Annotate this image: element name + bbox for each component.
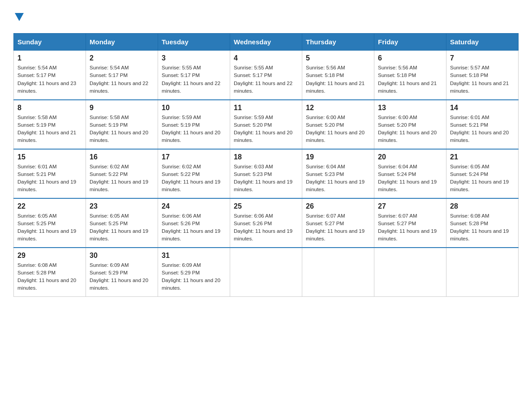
- day-number: 20: [378, 153, 442, 161]
- day-number: 31: [162, 252, 226, 260]
- day-info: Sunrise: 6:01 AMSunset: 5:21 PMDaylight:…: [450, 114, 515, 145]
- col-header-sunday: Sunday: [14, 34, 86, 51]
- col-header-saturday: Saturday: [446, 34, 519, 51]
- calendar-cell: 10Sunrise: 5:59 AMSunset: 5:19 PMDayligh…: [158, 100, 230, 149]
- day-info: Sunrise: 6:01 AMSunset: 5:21 PMDaylight:…: [17, 163, 82, 194]
- day-info: Sunrise: 5:55 AMSunset: 5:17 PMDaylight:…: [234, 64, 298, 95]
- day-info: Sunrise: 6:07 AMSunset: 5:27 PMDaylight:…: [306, 212, 370, 243]
- calendar-cell: 4Sunrise: 5:55 AMSunset: 5:17 PMDaylight…: [230, 51, 302, 100]
- day-number: 1: [17, 54, 82, 62]
- calendar-cell: 28Sunrise: 6:08 AMSunset: 5:28 PMDayligh…: [446, 198, 519, 248]
- calendar-cell: 19Sunrise: 6:04 AMSunset: 5:23 PMDayligh…: [302, 149, 374, 198]
- calendar-cell: 25Sunrise: 6:06 AMSunset: 5:26 PMDayligh…: [230, 198, 302, 248]
- calendar-week-row: 22Sunrise: 6:05 AMSunset: 5:25 PMDayligh…: [14, 198, 519, 248]
- day-number: 6: [378, 54, 442, 62]
- day-info: Sunrise: 5:59 AMSunset: 5:19 PMDaylight:…: [162, 114, 226, 145]
- calendar-cell: [374, 248, 446, 297]
- calendar-cell: 7Sunrise: 5:57 AMSunset: 5:18 PMDaylight…: [446, 51, 519, 100]
- calendar-cell: 8Sunrise: 5:58 AMSunset: 5:19 PMDaylight…: [14, 100, 86, 149]
- day-number: 10: [162, 104, 226, 112]
- calendar-cell: 26Sunrise: 6:07 AMSunset: 5:27 PMDayligh…: [302, 198, 374, 248]
- day-number: 8: [17, 104, 82, 112]
- day-number: 11: [234, 104, 298, 112]
- day-info: Sunrise: 5:57 AMSunset: 5:18 PMDaylight:…: [450, 64, 515, 95]
- day-info: Sunrise: 6:05 AMSunset: 5:25 PMDaylight:…: [90, 212, 154, 243]
- day-info: Sunrise: 5:54 AMSunset: 5:17 PMDaylight:…: [90, 64, 154, 95]
- day-number: 24: [162, 202, 226, 210]
- day-info: Sunrise: 6:04 AMSunset: 5:24 PMDaylight:…: [378, 163, 442, 194]
- day-info: Sunrise: 5:55 AMSunset: 5:17 PMDaylight:…: [162, 64, 226, 95]
- svg-marker-0: [15, 13, 24, 21]
- calendar-cell: 6Sunrise: 5:56 AMSunset: 5:18 PMDaylight…: [374, 51, 446, 100]
- calendar-cell: 20Sunrise: 6:04 AMSunset: 5:24 PMDayligh…: [374, 149, 446, 198]
- day-info: Sunrise: 6:08 AMSunset: 5:28 PMDaylight:…: [17, 261, 82, 292]
- calendar-week-row: 15Sunrise: 6:01 AMSunset: 5:21 PMDayligh…: [14, 149, 519, 198]
- calendar-cell: 22Sunrise: 6:05 AMSunset: 5:25 PMDayligh…: [14, 198, 86, 248]
- day-number: 13: [378, 104, 442, 112]
- day-number: 2: [90, 54, 154, 62]
- day-info: Sunrise: 6:00 AMSunset: 5:20 PMDaylight:…: [306, 114, 370, 145]
- day-number: 29: [17, 252, 82, 260]
- day-info: Sunrise: 6:02 AMSunset: 5:22 PMDaylight:…: [162, 163, 226, 194]
- day-info: Sunrise: 5:58 AMSunset: 5:19 PMDaylight:…: [17, 114, 82, 145]
- day-number: 23: [90, 202, 154, 210]
- calendar-cell: 18Sunrise: 6:03 AMSunset: 5:23 PMDayligh…: [230, 149, 302, 198]
- day-number: 17: [162, 153, 226, 161]
- calendar-cell: 2Sunrise: 5:54 AMSunset: 5:17 PMDaylight…: [86, 51, 158, 100]
- day-number: 26: [306, 202, 370, 210]
- day-number: 7: [450, 54, 515, 62]
- day-info: Sunrise: 5:58 AMSunset: 5:19 PMDaylight:…: [90, 114, 154, 145]
- calendar-week-row: 1Sunrise: 5:54 AMSunset: 5:17 PMDaylight…: [14, 51, 519, 100]
- day-number: 18: [234, 153, 298, 161]
- day-info: Sunrise: 6:06 AMSunset: 5:26 PMDaylight:…: [234, 212, 298, 243]
- day-number: 15: [17, 153, 82, 161]
- calendar-cell: 21Sunrise: 6:05 AMSunset: 5:24 PMDayligh…: [446, 149, 519, 198]
- logo-arrow-icon: [15, 9, 24, 24]
- day-info: Sunrise: 5:56 AMSunset: 5:18 PMDaylight:…: [378, 64, 442, 95]
- day-number: 12: [306, 104, 370, 112]
- day-info: Sunrise: 6:09 AMSunset: 5:29 PMDaylight:…: [90, 261, 154, 292]
- day-number: 4: [234, 54, 298, 62]
- day-info: Sunrise: 5:59 AMSunset: 5:20 PMDaylight:…: [234, 114, 298, 145]
- day-number: 30: [90, 252, 154, 260]
- day-info: Sunrise: 6:07 AMSunset: 5:27 PMDaylight:…: [378, 212, 442, 243]
- col-header-thursday: Thursday: [302, 34, 374, 51]
- day-number: 21: [450, 153, 515, 161]
- col-header-wednesday: Wednesday: [230, 34, 302, 51]
- calendar-cell: 15Sunrise: 6:01 AMSunset: 5:21 PMDayligh…: [14, 149, 86, 198]
- day-info: Sunrise: 6:03 AMSunset: 5:23 PMDaylight:…: [234, 163, 298, 194]
- calendar-cell: 23Sunrise: 6:05 AMSunset: 5:25 PMDayligh…: [86, 198, 158, 248]
- calendar-cell: 13Sunrise: 6:00 AMSunset: 5:20 PMDayligh…: [374, 100, 446, 149]
- day-number: 28: [450, 202, 515, 210]
- calendar-cell: 12Sunrise: 6:00 AMSunset: 5:20 PMDayligh…: [302, 100, 374, 149]
- calendar-week-row: 29Sunrise: 6:08 AMSunset: 5:28 PMDayligh…: [14, 248, 519, 297]
- calendar-cell: 16Sunrise: 6:02 AMSunset: 5:22 PMDayligh…: [86, 149, 158, 198]
- day-number: 3: [162, 54, 226, 62]
- calendar-cell: 27Sunrise: 6:07 AMSunset: 5:27 PMDayligh…: [374, 198, 446, 248]
- calendar-cell: 14Sunrise: 6:01 AMSunset: 5:21 PMDayligh…: [446, 100, 519, 149]
- day-number: 19: [306, 153, 370, 161]
- logo: [13, 9, 24, 24]
- day-info: Sunrise: 6:04 AMSunset: 5:23 PMDaylight:…: [306, 163, 370, 194]
- day-info: Sunrise: 6:05 AMSunset: 5:24 PMDaylight:…: [450, 163, 515, 194]
- day-info: Sunrise: 6:02 AMSunset: 5:22 PMDaylight:…: [90, 163, 154, 194]
- day-info: Sunrise: 5:54 AMSunset: 5:17 PMDaylight:…: [17, 64, 82, 95]
- calendar-cell: 1Sunrise: 5:54 AMSunset: 5:17 PMDaylight…: [14, 51, 86, 100]
- calendar-cell: 5Sunrise: 5:56 AMSunset: 5:18 PMDaylight…: [302, 51, 374, 100]
- day-number: 14: [450, 104, 515, 112]
- calendar-cell: 24Sunrise: 6:06 AMSunset: 5:26 PMDayligh…: [158, 198, 230, 248]
- calendar-cell: 17Sunrise: 6:02 AMSunset: 5:22 PMDayligh…: [158, 149, 230, 198]
- col-header-friday: Friday: [374, 34, 446, 51]
- calendar-header-row: SundayMondayTuesdayWednesdayThursdayFrid…: [14, 34, 519, 51]
- calendar-cell: 29Sunrise: 6:08 AMSunset: 5:28 PMDayligh…: [14, 248, 86, 297]
- day-info: Sunrise: 6:08 AMSunset: 5:28 PMDaylight:…: [450, 212, 515, 243]
- day-number: 25: [234, 202, 298, 210]
- calendar-cell: [230, 248, 302, 297]
- calendar-cell: [446, 248, 519, 297]
- day-info: Sunrise: 6:09 AMSunset: 5:29 PMDaylight:…: [162, 261, 226, 292]
- day-info: Sunrise: 5:56 AMSunset: 5:18 PMDaylight:…: [306, 64, 370, 95]
- calendar-cell: 30Sunrise: 6:09 AMSunset: 5:29 PMDayligh…: [86, 248, 158, 297]
- calendar-cell: [302, 248, 374, 297]
- calendar-cell: 31Sunrise: 6:09 AMSunset: 5:29 PMDayligh…: [158, 248, 230, 297]
- col-header-monday: Monday: [86, 34, 158, 51]
